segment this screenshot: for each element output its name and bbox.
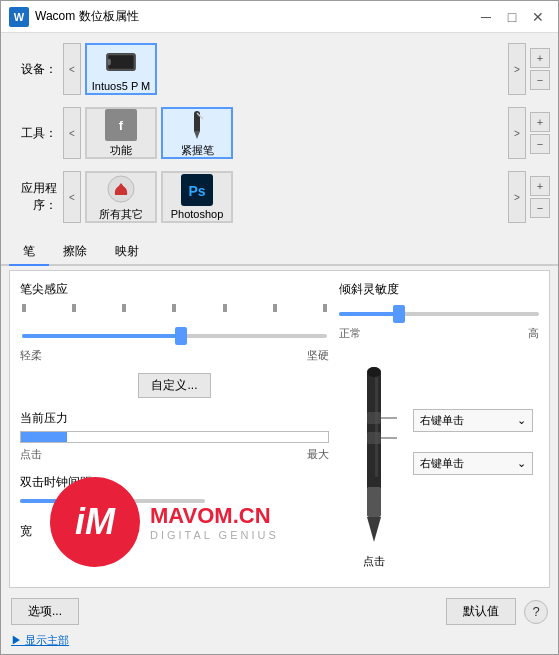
device-label: 设备： [9,61,57,78]
bottom-right: 默认值 ? [446,598,548,625]
button1-dropdown[interactable]: 右键单击 ⌄ [413,409,533,432]
app-remove-button[interactable]: − [530,198,550,218]
svg-marker-8 [194,131,200,139]
footer-section: ▶ 显示主部 [1,631,558,654]
tab-mapping[interactable]: 映射 [101,239,153,266]
app-label: 应用程序： [9,180,57,214]
pressure-max-label: 最大 [307,447,329,462]
bottom-bar: 选项... 默认值 ? [1,592,558,631]
app-allothers-label: 所有其它 [99,207,143,222]
tilt-normal-label: 正常 [339,326,361,341]
current-pressure-title: 当前压力 [20,411,68,425]
app-next-button[interactable]: > [508,171,526,223]
app-logo: W [9,7,29,27]
device-remove-button[interactable]: − [530,70,550,90]
svg-rect-15 [367,432,381,444]
tab-eraser[interactable]: 擦除 [49,239,101,266]
tool-card-function[interactable]: f 功能 [85,107,157,159]
main-window: W Wacom 数位板属性 ─ □ ✕ 设备： < [0,0,559,655]
app-photoshop-label: Photoshop [171,208,224,220]
app-add-button[interactable]: + [530,176,550,196]
pen-illustration: 点击 [339,357,409,569]
pen-click-label: 点击 [363,554,385,569]
tool-row: 工具： < f 功能 [9,103,550,163]
tilt-title: 倾斜灵敏度 [339,281,539,298]
tool-cards: f 功能 紧握笔 [81,105,508,161]
app-row: 应用程序： < 所有其它 [9,167,550,227]
device-add-button[interactable]: + [530,48,550,68]
tool-remove-button[interactable]: − [530,134,550,154]
svg-rect-19 [375,377,378,477]
default-button[interactable]: 默认值 [446,598,516,625]
intuos5-icon [105,46,137,78]
right-panel: 倾斜灵敏度 正常 高 [339,281,539,577]
app-side-buttons: + − [530,176,550,218]
device-card-label: Intuos5 P M [92,80,151,92]
device-tool-app-section: 设备： < Intuos5 P M > + − [1,33,558,237]
app-card-allothers[interactable]: 所有其它 [85,171,157,223]
pen-svg [349,357,399,552]
window-controls: ─ □ ✕ [474,5,550,29]
device-side-buttons: + − [530,48,550,90]
maximize-button[interactable]: □ [500,5,524,29]
allothers-icon [105,173,137,205]
pen-area: 点击 右键单击 ⌄ 右键单击 ⌄ [339,357,539,569]
device-next-button[interactable]: > [508,43,526,95]
close-button[interactable]: ✕ [526,5,550,29]
help-button[interactable]: ? [524,600,548,624]
device-prev-button[interactable]: < [63,43,81,95]
pen-pressure-title: 笔尖感应 [20,281,329,298]
options-button[interactable]: 选项... [11,598,79,625]
double-click-width-label: 宽 [20,524,32,538]
button2-arrow: ⌄ [517,457,526,470]
window-title: Wacom 数位板属性 [35,8,474,25]
app-card-photoshop[interactable]: Ps Photoshop [161,171,233,223]
device-cards: Intuos5 P M [81,41,508,97]
tool-side-buttons: + − [530,112,550,154]
tool-function-label: 功能 [110,143,132,158]
title-bar: W Wacom 数位板属性 ─ □ ✕ [1,1,558,33]
button1-arrow: ⌄ [517,414,526,427]
button2-dropdown[interactable]: 右键单击 ⌄ [413,452,533,475]
svg-marker-16 [367,517,381,542]
double-click-section: 双击时钟间距 宽 [20,474,329,540]
pressure-hard-label: 坚硬 [307,348,329,363]
pressure-bar [20,431,329,443]
tab-pen[interactable]: 笔 [9,239,49,266]
pen-pressure-labels: 轻柔 坚硬 [20,348,329,363]
tool-prev-button[interactable]: < [63,107,81,159]
device-row: 设备： < Intuos5 P M > + − [9,39,550,99]
tool-pen-label: 紧握笔 [181,143,214,158]
minimize-button[interactable]: ─ [474,5,498,29]
tilt-sensitivity-section: 倾斜灵敏度 正常 高 [339,281,539,341]
tabs-bar: 笔 擦除 映射 [1,239,558,266]
tool-next-button[interactable]: > [508,107,526,159]
double-click-title: 双击时钟间距 [20,475,92,489]
customize-button[interactable]: 自定义... [138,373,210,398]
button1-label: 右键单击 [420,413,464,428]
pen-pressure-section: 笔尖感应 [20,281,329,402]
svg-point-4 [108,59,111,66]
svg-text:f: f [119,118,124,133]
pressure-soft-label: 轻柔 [20,348,42,363]
tool-card-pen[interactable]: 紧握笔 [161,107,233,159]
app-cards: 所有其它 Ps Photoshop [81,169,508,225]
svg-rect-3 [108,55,133,68]
current-pressure-section: 当前压力 点击 最大 [20,410,329,462]
button2-label: 右键单击 [420,456,464,471]
pen-icon [181,109,213,141]
pressure-fill [21,432,67,442]
main-content: 笔尖感应 [9,270,550,588]
app-prev-button[interactable]: < [63,171,81,223]
svg-rect-14 [367,412,381,424]
photoshop-icon: Ps [181,174,213,206]
tool-add-button[interactable]: + [530,112,550,132]
device-card-intuos5[interactable]: Intuos5 P M [85,43,157,95]
footer-link[interactable]: ▶ 显示主部 [11,634,69,646]
svg-text:W: W [14,11,25,23]
tool-label: 工具： [9,125,57,142]
pen-button-dropdowns: 右键单击 ⌄ 右键单击 ⌄ [413,409,533,569]
current-pressure-labels: 点击 最大 [20,447,329,462]
tilt-high-label: 高 [528,326,539,341]
left-panel: 笔尖感应 [20,281,329,577]
